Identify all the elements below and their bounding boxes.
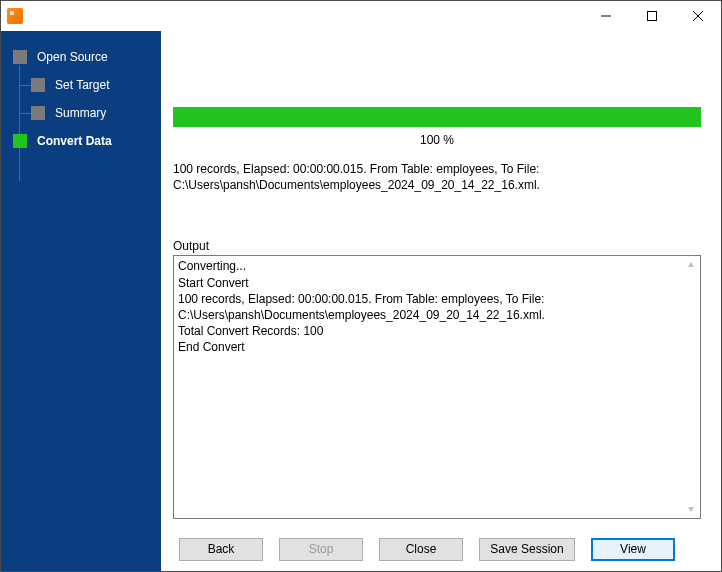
button-label: Back xyxy=(208,542,235,556)
button-label: Close xyxy=(406,542,437,556)
titlebar xyxy=(1,1,721,31)
status-line-2: C:\Users\pansh\Documents\employees_2024_… xyxy=(173,177,701,193)
output-line: End Convert xyxy=(178,339,682,355)
step-box-icon xyxy=(13,134,27,148)
window-controls xyxy=(583,1,721,31)
body-area: Open Source Set Target Summary Convert D… xyxy=(1,31,721,571)
status-text: 100 records, Elapsed: 00:00:00.015. From… xyxy=(173,161,701,193)
svg-marker-4 xyxy=(688,262,694,267)
step-box-icon xyxy=(13,50,27,64)
output-line: 100 records, Elapsed: 00:00:00.015. From… xyxy=(178,291,682,323)
sidebar-item-convert-data[interactable]: Convert Data xyxy=(1,127,161,155)
button-label: Stop xyxy=(309,542,334,556)
button-label: View xyxy=(620,542,646,556)
output-textarea[interactable]: Converting... Start Convert 100 records,… xyxy=(173,255,701,519)
minimize-button[interactable] xyxy=(583,1,629,31)
sidebar-item-open-source[interactable]: Open Source xyxy=(1,43,161,71)
step-box-icon xyxy=(31,78,45,92)
button-row: Back Stop Close Save Session View xyxy=(161,527,721,571)
output-label: Output xyxy=(173,239,701,253)
scroll-down-icon[interactable] xyxy=(683,501,699,517)
stop-button: Stop xyxy=(279,538,363,561)
status-line-1: 100 records, Elapsed: 00:00:00.015. From… xyxy=(173,161,701,177)
sidebar-item-summary[interactable]: Summary xyxy=(1,99,161,127)
top-spacer xyxy=(173,31,701,107)
minimize-icon xyxy=(601,11,611,21)
sidebar-item-label: Convert Data xyxy=(37,134,112,148)
view-button[interactable]: View xyxy=(591,538,675,561)
back-button[interactable]: Back xyxy=(179,538,263,561)
content-stack: 100 % 100 records, Elapsed: 00:00:00.015… xyxy=(161,31,721,527)
main-panel: 100 % 100 records, Elapsed: 00:00:00.015… xyxy=(161,31,721,571)
app-icon xyxy=(7,8,23,24)
svg-marker-5 xyxy=(688,507,694,512)
close-window-button[interactable] xyxy=(675,1,721,31)
sidebar-item-label: Open Source xyxy=(37,50,108,64)
button-label: Save Session xyxy=(490,542,563,556)
sidebar: Open Source Set Target Summary Convert D… xyxy=(1,31,161,571)
close-icon xyxy=(693,11,703,21)
maximize-button[interactable] xyxy=(629,1,675,31)
sidebar-tree: Open Source Set Target Summary Convert D… xyxy=(1,43,161,155)
titlebar-left xyxy=(1,8,23,24)
step-box-icon xyxy=(31,106,45,120)
maximize-icon xyxy=(647,11,657,21)
app-window: Open Source Set Target Summary Convert D… xyxy=(0,0,722,572)
output-line: Converting... xyxy=(178,258,682,274)
sidebar-item-label: Set Target xyxy=(55,78,109,92)
output-line: Start Convert xyxy=(178,275,682,291)
output-line: Total Convert Records: 100 xyxy=(178,323,682,339)
output-content: Converting... Start Convert 100 records,… xyxy=(178,258,682,516)
progress-percent-label: 100 % xyxy=(173,133,701,147)
svg-rect-1 xyxy=(648,12,657,21)
save-session-button[interactable]: Save Session xyxy=(479,538,575,561)
progress-bar xyxy=(173,107,701,127)
close-button[interactable]: Close xyxy=(379,538,463,561)
sidebar-item-set-target[interactable]: Set Target xyxy=(1,71,161,99)
scroll-up-icon[interactable] xyxy=(683,257,699,273)
sidebar-item-label: Summary xyxy=(55,106,106,120)
